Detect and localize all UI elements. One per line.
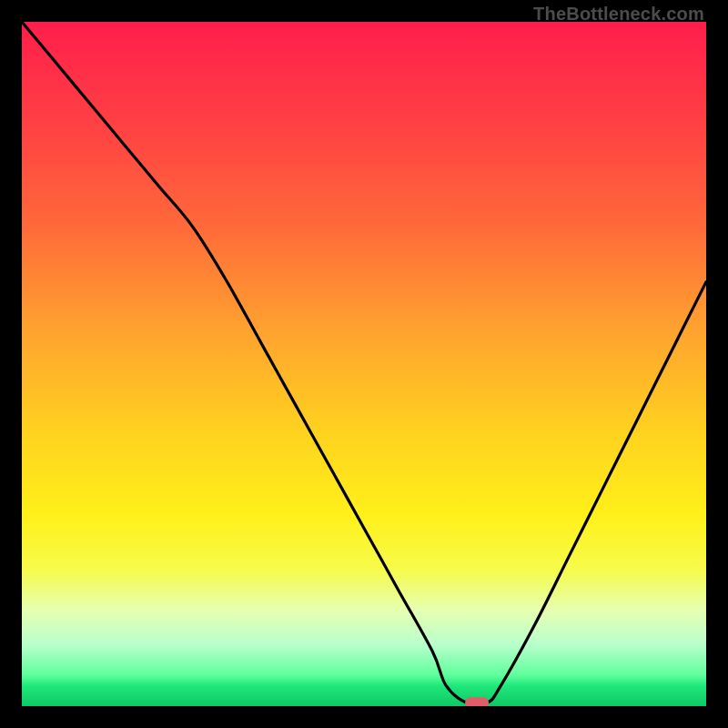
gradient-background (22, 22, 706, 706)
optimum-marker (465, 697, 489, 706)
watermark-text: TheBottleneck.com (533, 4, 704, 25)
bottleneck-chart (22, 22, 706, 706)
chart-frame (22, 22, 706, 706)
